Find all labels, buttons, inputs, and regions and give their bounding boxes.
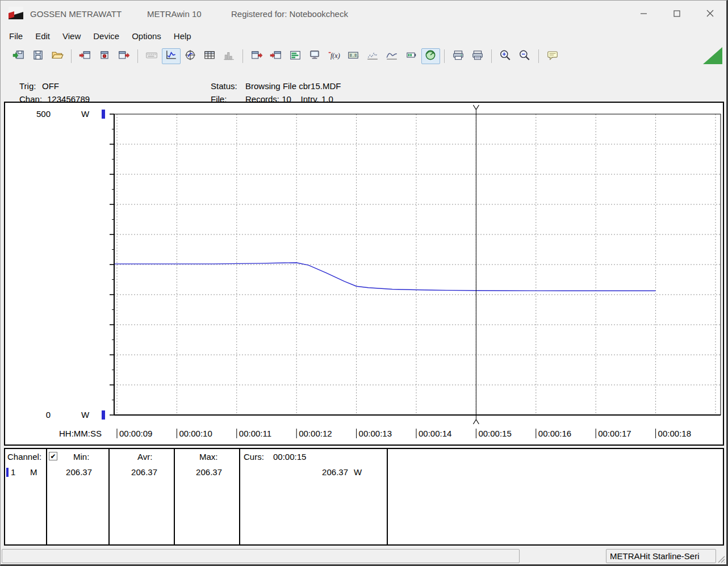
metrawin-window: GOSSEN METRAWATT METRAwin 10 Registered … — [0, 0, 728, 566]
print-preview-icon — [452, 49, 465, 63]
measurement-info-panel: Trig:OFF Chan:123456789 Status:Browsing … — [1, 66, 726, 101]
titlebar: GOSSEN METRAWATT METRAwin 10 Registered … — [1, 1, 726, 26]
device-receive-button[interactable] — [76, 48, 95, 64]
annotation-icon — [546, 49, 559, 63]
channel-levels-icon — [289, 49, 302, 63]
maximize-button[interactable] — [660, 1, 693, 26]
pc-monitor-button[interactable] — [306, 48, 324, 64]
save-file-button[interactable] — [29, 48, 48, 64]
device-send-button[interactable] — [115, 48, 133, 64]
device-snapshot-button[interactable] — [95, 48, 114, 64]
battery-status-icon — [405, 49, 417, 63]
table-view-button[interactable] — [200, 48, 219, 64]
zoom-in-icon — [499, 49, 512, 63]
device-snapshot-icon — [98, 49, 111, 63]
statusbar: METRAHit Starline-Seri — [1, 547, 726, 565]
zoom-out-icon — [518, 49, 531, 63]
menu-item-options[interactable]: Options — [125, 28, 168, 44]
toolbar-separator — [491, 49, 492, 63]
open-file-button[interactable] — [48, 48, 67, 64]
device-send-icon — [118, 49, 130, 63]
column-divider — [46, 449, 47, 544]
y-unit-label: W — [81, 410, 90, 420]
xy-chart-view-icon — [184, 49, 196, 63]
channel-column-header: Channel: — [7, 452, 41, 462]
channel-color-chip — [6, 468, 9, 477]
statusbar-message-box — [2, 549, 520, 563]
import-file-button[interactable] — [10, 48, 28, 64]
x-tick-label: 00:00:17 — [598, 429, 631, 438]
print-button[interactable] — [468, 48, 487, 64]
channel-visibility-checkbox[interactable]: ✔ — [49, 452, 57, 460]
formula-icon: f(x) — [328, 49, 340, 63]
device-receive-icon — [79, 49, 91, 63]
titlebar-registered: Registered for: Notebookcheck — [231, 9, 348, 19]
channel-levels-button[interactable] — [286, 48, 305, 64]
yt-chart-plot[interactable]: 500W0WHH:MM:SS00:00:0900:00:1000:00:1100… — [5, 103, 723, 445]
zoom-out-button[interactable] — [516, 48, 534, 64]
annotation-button[interactable] — [543, 48, 562, 64]
max-value: 206.37 — [174, 467, 222, 477]
channel-value-table: Channel: ✔ Min: Avr: Max: Curs: 00:00:15… — [4, 448, 724, 546]
toolbar: f(x)8.8.8 — [1, 46, 726, 66]
histogram-view-icon — [223, 49, 235, 63]
upload-settings-icon — [250, 49, 263, 63]
avr-column-header: Avr: — [137, 452, 152, 462]
x-tick-label: 00:00:10 — [179, 429, 212, 438]
connected-device-box: METRAHit Starline-Seri — [606, 549, 716, 563]
upload-settings-button[interactable] — [248, 48, 266, 64]
cursor-column-header: Curs: — [244, 452, 264, 462]
channel-number: 1 — [11, 467, 15, 477]
formula-button[interactable]: f(x) — [325, 48, 344, 64]
window-controls — [627, 1, 726, 26]
live-measure-button[interactable] — [421, 48, 440, 64]
column-divider — [239, 449, 240, 544]
close-button[interactable] — [693, 1, 726, 26]
channel-range-chip-bottom — [102, 410, 105, 420]
minimize-button[interactable] — [627, 1, 660, 26]
menu-item-device[interactable]: Device — [87, 28, 125, 44]
live-measure-icon — [424, 49, 437, 63]
histogram-view-button — [220, 48, 239, 64]
column-divider — [387, 449, 388, 544]
numeric-display-icon: 8.8.8 — [347, 49, 359, 63]
menu-item-view[interactable]: View — [56, 28, 87, 44]
envelope-curve-icon — [386, 49, 398, 63]
print-preview-button[interactable] — [449, 48, 468, 64]
titlebar-app-name: METRAwin 10 — [147, 9, 202, 19]
envelope-curve-button[interactable] — [383, 48, 401, 64]
download-settings-button[interactable] — [267, 48, 286, 64]
numeric-display-button[interactable]: 8.8.8 — [344, 48, 363, 64]
menu-item-help[interactable]: Help — [168, 28, 198, 44]
yt-chart-view-icon — [165, 49, 177, 63]
import-file-icon — [12, 49, 25, 63]
xy-chart-view-button[interactable] — [181, 48, 200, 64]
y-unit-label: W — [81, 109, 90, 119]
y-max-label: 500 — [36, 109, 51, 119]
min-value: 206.37 — [46, 467, 92, 477]
zoom-in-button[interactable] — [496, 48, 515, 64]
yt-chart-view-button[interactable] — [162, 48, 181, 64]
table-view-icon — [203, 49, 216, 63]
cursor-value: 206.37 — [289, 467, 348, 477]
toolbar-separator — [444, 49, 445, 63]
data-series-line — [115, 263, 656, 291]
resize-grip[interactable] — [716, 554, 726, 564]
column-divider — [108, 449, 110, 544]
chart-area[interactable]: 500W0WHH:MM:SS00:00:0900:00:1000:00:1100… — [4, 102, 724, 446]
open-file-icon — [51, 49, 64, 63]
x-tick-label: 00:00:18 — [658, 429, 691, 438]
x-tick-label: 00:00:09 — [119, 429, 152, 438]
cursor-time-value: 00:00:15 — [273, 452, 306, 462]
min-curve-button[interactable] — [363, 48, 382, 64]
front-panel-view-button — [143, 48, 161, 64]
toolbar-separator — [538, 49, 539, 63]
battery-status-button[interactable] — [402, 48, 421, 64]
y-min-label: 0 — [46, 410, 51, 420]
toolbar-separator — [71, 49, 72, 63]
save-file-icon — [32, 49, 44, 63]
menu-item-edit[interactable]: Edit — [29, 28, 56, 44]
menu-item-file[interactable]: File — [3, 28, 29, 44]
svg-text:f(x): f(x) — [330, 51, 340, 59]
toolbar-separator — [137, 49, 138, 63]
